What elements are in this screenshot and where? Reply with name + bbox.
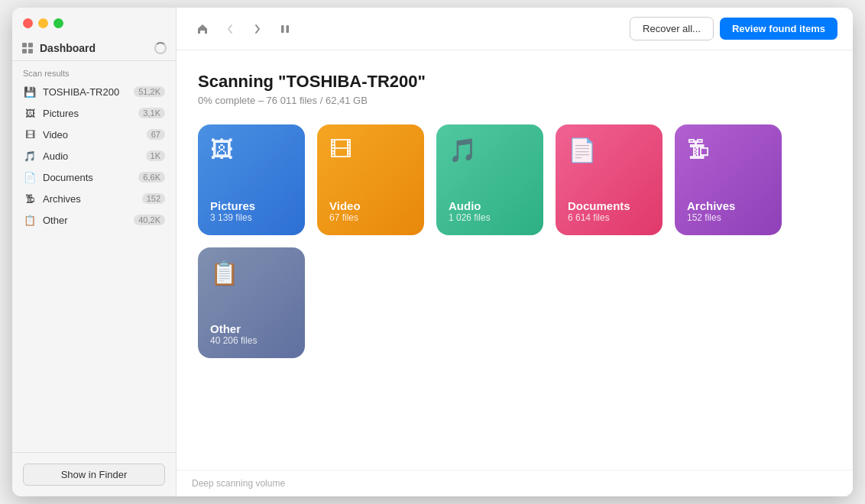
sidebar-item-audio[interactable]: 🎵 Audio 1K [12, 145, 176, 166]
documents-card-icon: 📄 [568, 137, 650, 163]
maximize-button[interactable] [53, 18, 63, 28]
video-card-label: Video [329, 199, 412, 212]
review-found-items-button[interactable]: Review found items [720, 18, 837, 40]
card-archives[interactable]: 🗜 Archives 152 files [675, 124, 782, 235]
sidebar-item-archives[interactable]: 🗜 Archives 152 [12, 188, 176, 209]
card-audio[interactable]: 🎵 Audio 1 026 files [436, 124, 543, 235]
other-sidebar-label: Other [43, 215, 128, 226]
pause-button[interactable] [274, 18, 296, 40]
sidebar: Dashboard Scan results 💾 TOSHIBA-TR200 5… [12, 8, 177, 496]
documents-sidebar-label: Documents [43, 172, 132, 183]
pictures-sidebar-label: Pictures [43, 108, 132, 119]
card-pictures[interactable]: 🖼 Pictures 3 139 files [198, 124, 305, 235]
svg-rect-4 [281, 25, 284, 33]
sidebar-item-toshiba[interactable]: 💾 TOSHIBA-TR200 51,2K [12, 81, 176, 102]
back-button[interactable] [219, 18, 241, 40]
titlebar [12, 8, 176, 36]
svg-rect-3 [28, 49, 33, 53]
pictures-card-count: 3 139 files [210, 212, 293, 223]
documents-sidebar-icon: 📄 [23, 170, 37, 184]
archives-card-count: 152 files [687, 212, 769, 223]
sidebar-item-documents[interactable]: 📄 Documents 6,6K [12, 166, 176, 188]
svg-rect-1 [28, 43, 33, 47]
sidebar-item-pictures[interactable]: 🖼 Pictures 3,1K [12, 102, 176, 124]
svg-rect-2 [22, 49, 27, 53]
main-footer: Deep scanning volume [177, 470, 853, 496]
video-sidebar-label: Video [43, 129, 141, 141]
sidebar-item-video[interactable]: 🎞 Video 67 [12, 124, 176, 145]
close-button[interactable] [23, 18, 33, 28]
scan-subtitle: 0% complete – 76 011 files / 62,41 GB [198, 95, 831, 106]
archives-sidebar-label: Archives [43, 193, 136, 205]
audio-sidebar-label: Audio [43, 150, 140, 162]
sidebar-footer: Show in Finder [12, 452, 176, 496]
other-card-label: Other [210, 322, 293, 335]
archives-card-label: Archives [687, 199, 769, 212]
sidebar-item-other[interactable]: 📋 Other 40,2K [12, 209, 176, 231]
card-documents[interactable]: 📄 Documents 6 614 files [556, 124, 663, 235]
loading-spinner [154, 42, 167, 54]
svg-rect-5 [287, 25, 290, 33]
sidebar-dashboard-header[interactable]: Dashboard [12, 36, 176, 61]
scan-results-label: Scan results [12, 61, 176, 81]
other-card-count: 40 206 files [210, 335, 293, 346]
forward-button[interactable] [247, 18, 268, 40]
audio-sidebar-icon: 🎵 [23, 149, 37, 163]
video-sidebar-badge: 67 [147, 129, 165, 140]
home-button[interactable] [192, 18, 213, 40]
toshiba-sidebar-label: TOSHIBA-TR200 [43, 86, 128, 98]
cards-grid: 🖼 Pictures 3 139 files 🎞 Video 67 files … [198, 124, 831, 358]
documents-sidebar-badge: 6,6K [138, 172, 165, 183]
documents-card-count: 6 614 files [568, 212, 650, 223]
toshiba-sidebar-badge: 51,2K [134, 86, 165, 97]
sidebar-items-list: 💾 TOSHIBA-TR200 51,2K 🖼 Pictures 3,1K 🎞 … [12, 81, 176, 231]
archives-card-icon: 🗜 [687, 137, 769, 163]
dashboard-label: Dashboard [40, 42, 148, 54]
scan-title: Scanning "TOSHIBA-TR200" [198, 72, 831, 92]
audio-sidebar-badge: 1K [146, 150, 165, 161]
pictures-sidebar-icon: 🖼 [23, 106, 37, 120]
grid-icon [21, 42, 34, 54]
audio-card-label: Audio [449, 199, 531, 212]
other-sidebar-icon: 📋 [23, 213, 37, 227]
audio-card-icon: 🎵 [449, 137, 531, 163]
pictures-card-label: Pictures [210, 199, 293, 212]
card-video[interactable]: 🎞 Video 67 files [317, 124, 424, 235]
archives-sidebar-icon: 🗜 [23, 192, 37, 205]
documents-card-label: Documents [568, 199, 650, 212]
toshiba-sidebar-icon: 💾 [23, 85, 37, 99]
archives-sidebar-badge: 152 [142, 193, 165, 204]
app-window: Dashboard Scan results 💾 TOSHIBA-TR200 5… [12, 8, 853, 496]
video-card-count: 67 files [329, 212, 412, 223]
pictures-card-icon: 🖼 [210, 137, 293, 163]
minimize-button[interactable] [38, 18, 48, 28]
video-sidebar-icon: 🎞 [23, 128, 37, 141]
main-content: Scanning "TOSHIBA-TR200" 0% complete – 7… [177, 50, 853, 470]
video-card-icon: 🎞 [329, 137, 412, 163]
main-toolbar: Recover all... Review found items [177, 8, 853, 50]
recover-all-button[interactable]: Recover all... [630, 17, 714, 40]
show-in-finder-button[interactable]: Show in Finder [23, 464, 165, 486]
other-card-icon: 📋 [210, 260, 293, 286]
svg-rect-0 [22, 43, 27, 47]
pictures-sidebar-badge: 3,1K [138, 108, 165, 118]
traffic-lights [23, 18, 63, 28]
card-other[interactable]: 📋 Other 40 206 files [198, 247, 305, 358]
other-sidebar-badge: 40,2K [134, 215, 165, 225]
main-panel: Recover all... Review found items Scanni… [177, 8, 853, 496]
audio-card-count: 1 026 files [449, 212, 531, 223]
